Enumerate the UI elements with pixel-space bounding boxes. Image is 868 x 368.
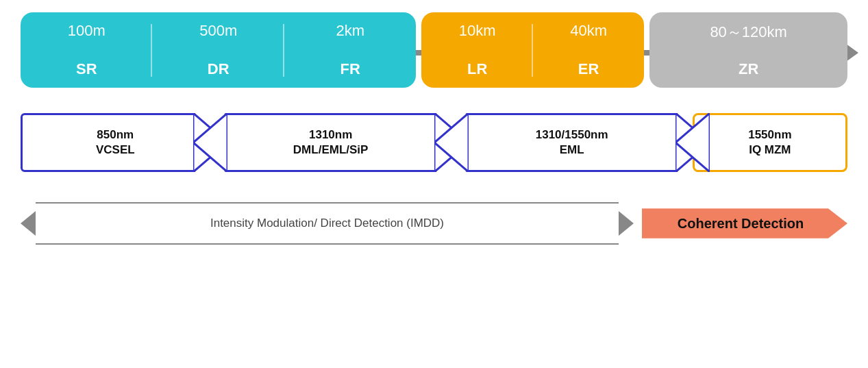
iq-line1: 1550nm xyxy=(748,127,791,143)
zr-abbr: ZR xyxy=(739,60,758,82)
dr-abbr: DR xyxy=(208,60,230,82)
laser-row: 850nm VCSEL 1310nm DML/EML/SiP xyxy=(21,101,847,184)
fr-distance: 2km xyxy=(336,18,364,40)
dml-line1: 1310nm xyxy=(309,127,352,143)
imdd-label: Intensity Modulation/ Direct Detection (… xyxy=(205,217,449,230)
dml-hex: 1310nm DML/EML/SiP xyxy=(210,113,451,172)
diagram-container: 100m SR 500m DR 2km FR 10km LR xyxy=(0,0,868,368)
eml-line2: EML xyxy=(560,143,584,158)
lr-abbr: LR xyxy=(467,60,487,82)
imdd-arrow-container: Intensity Modulation/ Direct Detection (… xyxy=(21,202,634,245)
distance-row: 100m SR 500m DR 2km FR 10km LR xyxy=(21,12,847,88)
vcsel-line1: 850nm xyxy=(97,127,134,143)
coherent-label: Coherent Detection xyxy=(678,216,804,232)
dr-distance: 500m xyxy=(199,18,237,40)
imdd-left-arrow xyxy=(21,211,36,236)
imdd-right-arrow xyxy=(619,211,634,236)
vcsel-hex: 850nm VCSEL xyxy=(21,113,210,172)
cross-1-2 xyxy=(193,113,227,172)
er-block: 40km ER xyxy=(533,12,644,88)
hex-chain: 850nm VCSEL 1310nm DML/EML/SiP xyxy=(21,113,847,172)
sr-block: 100m SR xyxy=(21,12,152,88)
distance-blocks: 100m SR 500m DR 2km FR 10km LR xyxy=(21,12,847,88)
iq-line2: IQ MZM xyxy=(749,143,791,158)
cross-3-4 xyxy=(675,113,710,172)
fr-block: 2km FR xyxy=(284,12,416,88)
sr-distance: 100m xyxy=(68,18,106,40)
vcsel-line2: VCSEL xyxy=(96,143,135,158)
lr-block: 10km LR xyxy=(421,12,532,88)
cross-2-3 xyxy=(434,113,469,172)
eml-hex: 1310/1550nm EML xyxy=(451,113,693,172)
detection-row: Intensity Modulation/ Direct Detection (… xyxy=(21,196,847,251)
block-cyan-sdrfr: 100m SR 500m DR 2km FR xyxy=(21,12,416,88)
iq-mzm-box: 1550nm IQ MZM xyxy=(693,113,847,172)
sr-abbr: SR xyxy=(76,60,97,82)
zr-distance: 80～120km xyxy=(710,18,787,42)
block-orange-lrer: 10km LR 40km ER xyxy=(421,12,644,88)
eml-line1: 1310/1550nm xyxy=(536,127,608,143)
dr-block: 500m DR xyxy=(152,12,284,88)
dml-line2: DML/EML/SiP xyxy=(293,143,369,158)
er-distance: 40km xyxy=(570,18,607,40)
coherent-arrow: Coherent Detection xyxy=(642,202,847,245)
block-gray-zr: 80～120km ZR xyxy=(649,12,847,88)
fr-abbr: FR xyxy=(340,60,360,82)
lr-distance: 10km xyxy=(459,18,496,40)
er-abbr: ER xyxy=(578,60,599,82)
